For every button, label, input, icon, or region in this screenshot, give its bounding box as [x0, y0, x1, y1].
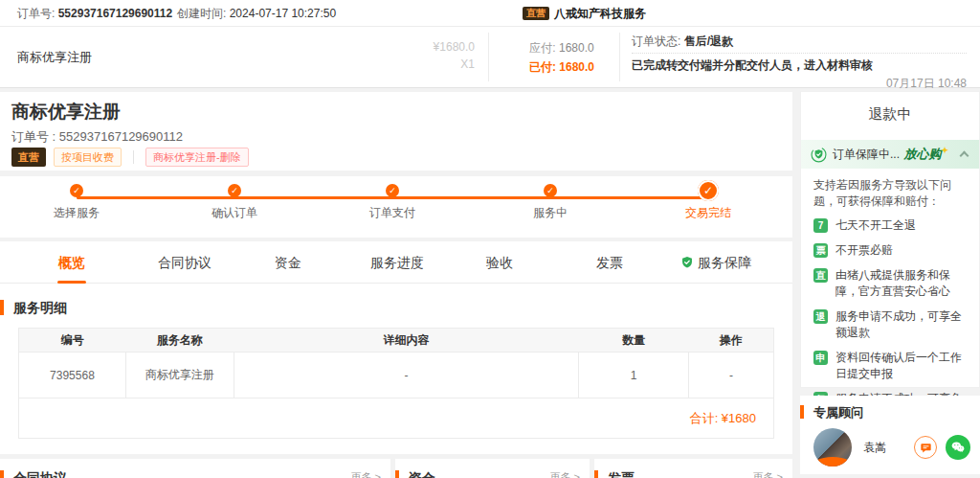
topbar: 订单号: 552937167129690112 创建时间: 2024-07-17… — [0, 0, 980, 27]
amount-paid: 已付: 1680.0 — [505, 57, 618, 77]
tab-service-progress[interactable]: 服务进度 — [370, 241, 424, 284]
step-check-icon: ✓ — [70, 184, 83, 197]
guarantee-item: 直 由猪八戒提供服务和保障，官方直营安心省心 — [813, 267, 967, 300]
star-icon: ✦ — [941, 146, 948, 155]
progress-steps-card: ✓ 选择服务 ✓ 确认订单 ✓ 订单支付 ✓ 服务中 ✓ 交易完结 — [0, 176, 792, 238]
summary-quantity: X1 — [434, 56, 475, 73]
collapse-caret-icon[interactable] — [960, 151, 969, 161]
created-time-label: 创建时间: — [177, 7, 226, 20]
summary-unit-price: ¥1680.0 — [434, 38, 475, 56]
order-number-label: 订单号: — [17, 7, 55, 20]
order-detail-page: 订单号: 552937167129690112 创建时间: 2024-07-17… — [0, 0, 980, 478]
amount-due: 应付: 1680.0 — [505, 38, 618, 57]
billing-mode-tag[interactable]: 按项目收费 — [54, 148, 122, 167]
chat-message-icon[interactable] — [914, 436, 937, 459]
summary-divider-2 — [619, 33, 620, 81]
more-link[interactable]: 更多 > — [550, 470, 580, 478]
tab-invoice[interactable]: 发票 — [596, 241, 623, 284]
section-accent-bar — [594, 470, 598, 478]
cell-details: - — [234, 353, 578, 398]
tab-acceptance[interactable]: 验收 — [486, 241, 513, 284]
advisor-avatar[interactable] — [813, 428, 852, 467]
step-confirm-order: ✓ 确认订单 — [212, 176, 257, 221]
brand-text: 放心购 — [903, 147, 941, 161]
step-in-service: ✓ 服务中 — [533, 176, 568, 221]
dotted-divider — [632, 53, 967, 54]
guarantee-text: 由猪八戒提供服务和保障，官方直营安心省心 — [835, 267, 967, 300]
guarantee-item: 退 服务申请不成功，可享全额退款 — [813, 308, 967, 341]
amount-paid-label: 已付: — [529, 60, 556, 74]
tab-label: 服务保障 — [698, 255, 751, 270]
guarantee-text: 七天不开工全退 — [835, 217, 916, 234]
refund-guarantee-card: 退款中 订单保障中... 放心购✦ 支持若因服务方导致以下问题，可获得保障和赔付… — [800, 91, 980, 388]
funds-section-card: 资金 更多 > — [395, 459, 590, 478]
cell-service-name: 商标优享注册 — [125, 353, 234, 398]
tab-bar: 概览 合同协议 资金 服务进度 验收 发票 服务保障 — [0, 241, 792, 284]
direct-sale-tag: 直营 — [11, 148, 46, 167]
tab-service-guarantee[interactable]: 服务保障 — [680, 241, 751, 284]
guarantee-7-icon: 7 — [813, 218, 828, 233]
order-summary-row: 商标优享注册 ¥1680.0 X1 应付: 1680.0 已付: 1680.0 … — [0, 27, 980, 88]
advisor-card: 专属顾问 袁嵩 — [800, 396, 980, 474]
section-accent-bar — [395, 470, 399, 478]
wechat-icon[interactable] — [946, 435, 970, 460]
step-label: 选择服务 — [54, 205, 100, 221]
section-accent-bar — [800, 405, 804, 419]
col-header-id: 编号 — [19, 329, 126, 353]
step-label: 订单支付 — [369, 205, 415, 221]
amount-paid-value: 1680.0 — [559, 60, 594, 74]
col-header-quantity: 数量 — [579, 329, 689, 353]
order-status-value: 售后/退款 — [684, 34, 733, 48]
step-label: 服务中 — [533, 205, 568, 221]
guarantee-item: 票 不开票必赔 — [813, 242, 967, 259]
tab-overview[interactable]: 概览 — [58, 241, 85, 284]
step-check-icon: ✓ — [386, 184, 399, 197]
table-header-row: 编号 服务名称 详细内容 数量 操作 — [19, 329, 774, 353]
guarantee-shield-icon — [811, 147, 827, 163]
topbar-created-time: 创建时间: 2024-07-17 10:27:50 — [177, 0, 336, 27]
amount-due-label: 应付: — [529, 41, 555, 55]
contract-section-title: 合同协议 — [0, 470, 390, 478]
guarantee-apply-icon: 申 — [813, 351, 828, 365]
created-time-value: 2024-07-17 10:27:50 — [230, 7, 336, 20]
more-link[interactable]: 更多 > — [753, 470, 783, 478]
delete-service-tag[interactable]: 商标优享注册-删除 — [145, 148, 249, 167]
status-description: 已完成转交付端并分配交付人员，进入材料审核 — [632, 57, 967, 73]
contract-section-card: 合同协议 更多 > — [0, 459, 390, 478]
summary-product-name: 商标优享注册 — [17, 27, 92, 88]
order-number-value: 552937167129690112 — [58, 7, 172, 20]
more-link[interactable]: 更多 > — [351, 470, 381, 478]
store-name[interactable]: 八戒知产科技服务 — [554, 0, 646, 27]
tag-separator — [133, 150, 134, 164]
direct-sale-badge: 直营 — [523, 7, 549, 20]
step-check-icon: ✓ — [228, 184, 241, 197]
guarantee-refund-icon: 退 — [813, 309, 828, 324]
guarantee-bar[interactable]: 订单保障中... 放心购✦ — [801, 140, 979, 169]
page-title: 商标优享注册 — [11, 100, 121, 125]
summary-divider-1 — [488, 33, 489, 81]
section-title-text: 资金 — [409, 470, 435, 478]
order-header-card: 商标优享注册 订单号 : 552937167129690112 直营 按项目收费… — [0, 92, 792, 171]
section-title-text: 合同协议 — [13, 470, 67, 478]
refund-status-title: 退款中 — [801, 92, 979, 124]
topbar-order-number: 订单号: 552937167129690112 — [17, 0, 172, 27]
guarantee-list: 7 七天不开工全退 票 不开票必赔 直 由猪八戒提供服务和保障，官方直营安心省心… — [801, 210, 979, 423]
tab-funds[interactable]: 资金 — [275, 241, 301, 284]
step-check-icon: ✓ — [698, 180, 719, 201]
guarantee-direct-icon: 直 — [813, 268, 828, 283]
service-detail-section-title: 服务明细 — [0, 300, 792, 315]
advisor-contact-icons — [914, 435, 970, 460]
header-order-number: 订单号 : 552937167129690112 — [11, 128, 183, 146]
guarantee-label: 订单保障中... — [833, 147, 900, 163]
shield-check-icon — [680, 243, 694, 285]
amount-due-value: 1680.0 — [559, 41, 594, 55]
guarantee-item: 7 七天不开工全退 — [813, 217, 967, 234]
order-status-line: 订单状态: 售后/退款 — [632, 33, 967, 50]
cell-actions: - — [689, 353, 774, 398]
summary-payment-block: 应付: 1680.0 已付: 1680.0 — [505, 38, 618, 77]
topbar-store[interactable]: 直营 八戒知产科技服务 — [523, 0, 646, 27]
section-title-text: 发票 — [608, 470, 635, 478]
section-accent-bar — [0, 470, 4, 478]
tab-contract[interactable]: 合同协议 — [158, 241, 212, 284]
col-header-actions: 操作 — [689, 329, 774, 353]
